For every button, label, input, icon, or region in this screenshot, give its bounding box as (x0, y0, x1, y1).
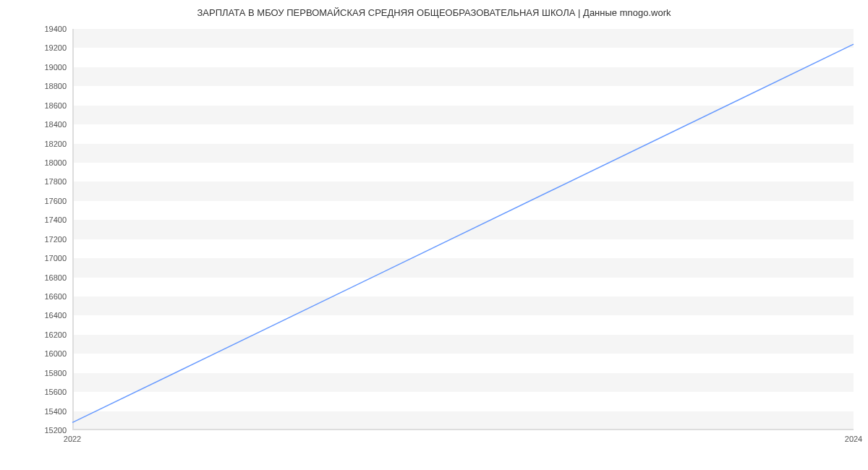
y-tick-label: 19400 (44, 25, 67, 33)
y-tick-label: 17000 (44, 254, 67, 262)
y-tick-label: 17600 (44, 197, 67, 205)
y-tick-label: 15400 (44, 407, 67, 416)
x-tick-label: 2022 (64, 435, 81, 443)
y-tick-label: 18600 (44, 101, 67, 110)
y-tick-label: 15800 (44, 369, 67, 377)
data-line (72, 44, 854, 422)
y-tick-label: 16200 (44, 330, 67, 339)
y-tick-label: 17800 (44, 177, 67, 186)
y-tick-label: 19000 (44, 63, 67, 72)
y-tick-label: 16800 (44, 273, 67, 282)
y-tick-label: 15600 (44, 388, 67, 396)
y-tick-label: 18800 (44, 82, 67, 90)
plot-area: 1520015400156001580016000162001640016600… (72, 29, 854, 430)
x-tick-label: 2024 (845, 435, 862, 443)
chart-container: ЗАРПЛАТА В МБОУ ПЕРВОМАЙСКАЯ СРЕДНЯЯ ОБЩ… (0, 0, 868, 470)
chart-title: ЗАРПЛАТА В МБОУ ПЕРВОМАЙСКАЯ СРЕДНЯЯ ОБЩ… (0, 7, 868, 18)
y-tick-label: 15200 (44, 426, 67, 435)
y-tick-label: 19200 (44, 43, 67, 52)
y-tick-label: 16400 (44, 311, 67, 320)
y-tick-label: 18000 (44, 158, 67, 167)
y-tick-label: 18400 (44, 120, 67, 129)
y-tick-label: 18200 (44, 140, 67, 148)
y-tick-label: 16600 (44, 292, 67, 301)
y-tick-label: 17400 (44, 215, 67, 224)
y-tick-label: 16000 (44, 349, 67, 358)
y-tick-label: 17200 (44, 235, 67, 244)
line-series (72, 29, 854, 430)
